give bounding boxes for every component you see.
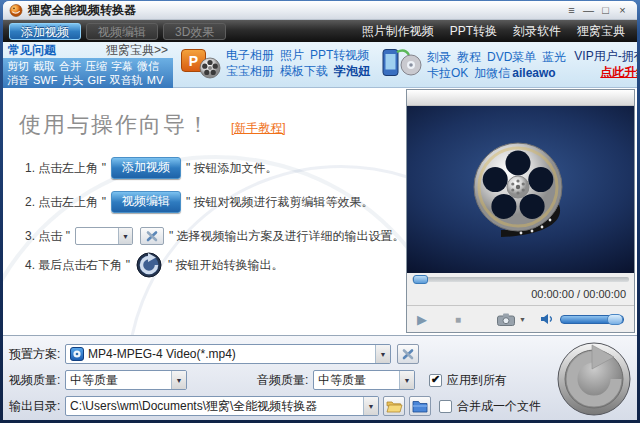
quicklinks-toolbar: 常见问题 狸窝宝典>> 剪切 截取 合并 压缩 字幕 微信 消音 SWF bbox=[3, 42, 637, 88]
minimize-button[interactable]: — bbox=[580, 2, 597, 18]
burn-group: 刻录 教程 DVD菜单 蓝光 卡拉OK 加微信 aileawo bbox=[374, 42, 570, 82]
link-xuepaoniu[interactable]: 学泡妞 bbox=[334, 63, 370, 79]
tool-link-capture[interactable]: 截取 bbox=[33, 59, 55, 73]
step-text: 4. 最后点击右下角 " bbox=[25, 257, 130, 274]
tool-link-swf[interactable]: SWF bbox=[33, 73, 57, 87]
merge-label: 合并成一个文件 bbox=[457, 398, 541, 415]
link-baby-album[interactable]: 宝宝相册 bbox=[226, 63, 274, 79]
convert-button[interactable] bbox=[555, 340, 633, 418]
step-format-select[interactable]: ▼ bbox=[75, 227, 133, 245]
tool-link-intro[interactable]: 片头 bbox=[61, 73, 83, 87]
folder-icon bbox=[412, 400, 428, 413]
guide-step-1: 1. 点击左上角 " 添加视频 " 按钮添加文件。 bbox=[25, 157, 278, 179]
play-button[interactable]: ▶ bbox=[417, 312, 427, 327]
preset-select[interactable]: MP4-MPEG-4 Video(*.mp4) ▼ bbox=[65, 344, 391, 364]
seek-bar[interactable] bbox=[407, 273, 634, 288]
volume-slider[interactable] bbox=[560, 315, 624, 324]
main-area: 使用与操作向导！ [新手教程] 1. 点击左上角 " 添加视频 " 按钮添加文件… bbox=[3, 88, 637, 335]
tool-link-compress[interactable]: 压缩 bbox=[85, 59, 107, 73]
time-display: 00:00:00 / 00:00:00 bbox=[407, 288, 634, 303]
link-tutorial[interactable]: 教程 bbox=[457, 49, 481, 65]
preview-header bbox=[407, 90, 634, 106]
step-text: 1. 点击左上角 " bbox=[25, 160, 106, 177]
quicklinks-left: 常见问题 狸窝宝典>> 剪切 截取 合并 压缩 字幕 微信 消音 SWF bbox=[3, 42, 173, 88]
snapshot-button[interactable]: ▼ bbox=[497, 313, 526, 326]
wrench-icon bbox=[401, 347, 415, 361]
link-ppt-to-video[interactable]: PPT转视频 bbox=[310, 47, 369, 63]
vip-upgrade-link[interactable]: 点此升级VIP会员 bbox=[574, 64, 637, 80]
tool-link-merge[interactable]: 合并 bbox=[59, 59, 81, 73]
tool-link-cut[interactable]: 剪切 bbox=[7, 59, 29, 73]
mp4-format-icon bbox=[70, 347, 84, 361]
settings-panel: 预置方案: MP4-MPEG-4 Video(*.mp4) ▼ bbox=[3, 335, 637, 420]
step-settings-button[interactable] bbox=[140, 227, 164, 245]
volume-thumb[interactable] bbox=[607, 314, 623, 325]
step-video-edit-button[interactable]: 视频编辑 bbox=[111, 191, 181, 213]
tool-link-mute[interactable]: 消音 bbox=[7, 73, 29, 87]
tab-video-edit[interactable]: 视频编辑 bbox=[86, 23, 158, 40]
menu-ppt-convert[interactable]: PPT转换 bbox=[450, 23, 497, 40]
link-dvd-menu[interactable]: DVD菜单 bbox=[487, 49, 536, 65]
step-text: " 按钮对视频进行裁剪编辑等效果。 bbox=[186, 194, 374, 211]
link-template-download[interactable]: 模板下载 bbox=[280, 63, 328, 79]
output-dir-label: 输出目录: bbox=[9, 398, 65, 415]
album-group: P 电子相册 照片 PPT转视频 bbox=[173, 42, 374, 79]
browse-folder-button[interactable] bbox=[409, 396, 431, 416]
menu-leawo-baodian[interactable]: 狸窝宝典 bbox=[577, 23, 625, 40]
video-quality-label: 视频质量: bbox=[9, 372, 65, 389]
chevron-down-icon[interactable]: ▼ bbox=[118, 228, 132, 244]
chevron-down-icon[interactable]: ▼ bbox=[363, 397, 378, 415]
step-text: " 按钮添加文件。 bbox=[186, 160, 278, 177]
baodian-link[interactable]: 狸窝宝典>> bbox=[106, 42, 168, 59]
guide-step-4: 4. 最后点击右下角 " " 按钮开始转换输出。 bbox=[25, 252, 284, 278]
merge-checkbox[interactable] bbox=[439, 400, 452, 413]
video-quality-select[interactable]: 中等质量 ▼ bbox=[65, 370, 187, 390]
menu-burn-software[interactable]: 刻录软件 bbox=[513, 23, 561, 40]
app-window: 狸窝全能视频转换器 ≡ — □ × 添加视频 视频编辑 3D效果 照片制作视频 … bbox=[0, 0, 640, 423]
link-add-wechat[interactable]: 加微信 bbox=[474, 65, 510, 81]
guide-step-3: 3. 点击 " ▼ " 选择视频输出方案及进行详细的输出设置。 bbox=[25, 227, 405, 245]
convert-arrow-icon bbox=[555, 340, 633, 418]
link-karaoke[interactable]: 卡拉OK bbox=[427, 65, 468, 81]
window-controls: ≡ — □ × bbox=[563, 2, 631, 18]
menu-photo-to-video[interactable]: 照片制作视频 bbox=[362, 23, 434, 40]
step-add-video-button[interactable]: 添加视频 bbox=[111, 157, 181, 179]
tool-link-subtitle[interactable]: 字幕 bbox=[111, 59, 133, 73]
faq-link[interactable]: 常见问题 bbox=[8, 42, 56, 59]
folder-open-icon bbox=[386, 400, 403, 413]
link-e-album[interactable]: 电子相册 bbox=[226, 47, 274, 63]
output-dir-select[interactable]: C:\Users\wm\Documents\狸窝\全能视频转换器 ▼ bbox=[65, 396, 379, 416]
link-photo[interactable]: 照片 bbox=[280, 47, 304, 63]
chevron-down-icon[interactable]: ▼ bbox=[171, 371, 186, 389]
chevron-down-icon[interactable]: ▼ bbox=[399, 371, 414, 389]
chevron-down-icon[interactable]: ▼ bbox=[375, 345, 390, 363]
tool-link-wechat[interactable]: 微信 bbox=[137, 59, 159, 73]
tutorial-link[interactable]: [新手教程] bbox=[231, 120, 286, 140]
format-select-value bbox=[76, 228, 118, 244]
apply-all-checkbox[interactable]: ✔ bbox=[429, 374, 442, 387]
tool-link-gif[interactable]: GIF bbox=[87, 73, 105, 87]
link-burn[interactable]: 刻录 bbox=[427, 49, 451, 65]
apply-all-label: 应用到所有 bbox=[447, 372, 507, 389]
skin-menu-button[interactable]: ≡ bbox=[563, 2, 580, 18]
seek-thumb[interactable] bbox=[413, 275, 428, 284]
preset-settings-button[interactable] bbox=[397, 344, 419, 364]
camera-icon bbox=[497, 313, 515, 326]
tab-3d-effect[interactable]: 3D效果 bbox=[163, 23, 226, 40]
app-frame: 狸窝全能视频转换器 ≡ — □ × 添加视频 视频编辑 3D效果 照片制作视频 … bbox=[3, 1, 637, 420]
open-output-folder-button[interactable] bbox=[383, 396, 405, 416]
audio-quality-select[interactable]: 中等质量 ▼ bbox=[313, 370, 415, 390]
tool-link-dualaudio[interactable]: 双音轨 bbox=[110, 73, 143, 87]
seek-groove[interactable] bbox=[412, 277, 629, 282]
close-button[interactable]: × bbox=[614, 2, 631, 18]
guide-step-2: 2. 点击左上角 " 视频编辑 " 按钮对视频进行裁剪编辑等效果。 bbox=[25, 191, 374, 213]
maximize-button[interactable]: □ bbox=[597, 2, 614, 18]
check-icon: ✔ bbox=[431, 374, 440, 385]
tool-link-mv[interactable]: MV bbox=[147, 73, 164, 87]
chevron-down-icon[interactable]: ▼ bbox=[519, 316, 526, 323]
stop-button[interactable]: ■ bbox=[455, 314, 461, 325]
link-bluray[interactable]: 蓝光 bbox=[542, 49, 566, 65]
tab-add-video[interactable]: 添加视频 bbox=[9, 23, 81, 40]
volume-icon[interactable] bbox=[540, 313, 554, 325]
guide-panel: 使用与操作向导！ [新手教程] 1. 点击左上角 " 添加视频 " 按钮添加文件… bbox=[3, 88, 406, 335]
